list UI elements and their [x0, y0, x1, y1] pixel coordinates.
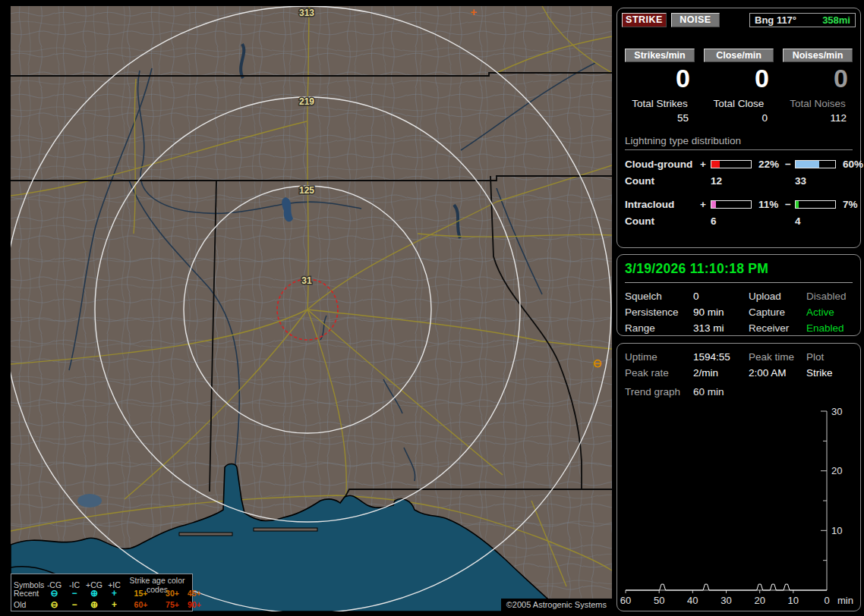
- ic-minus-pct: 7%: [839, 199, 858, 210]
- recent-pos-ic-icon: +: [104, 589, 125, 598]
- range-value: 313 mi: [693, 322, 749, 334]
- old-neg-cg-icon: ⊖: [44, 600, 65, 609]
- datetime-display: 3/19/2026 11:10:18 PM: [625, 261, 853, 277]
- age-60: 60+: [125, 600, 157, 609]
- svg-text:50: 50: [654, 595, 664, 606]
- cg-minus-count: 33: [795, 175, 839, 187]
- age-90: 90+: [188, 600, 201, 609]
- minus-sign: −: [785, 199, 795, 210]
- age-30: 30+: [157, 589, 188, 598]
- noises-column: Noises/min 0 Total Noises 112: [783, 49, 853, 124]
- legend-old-label: Old: [14, 600, 44, 609]
- svg-text:10: 10: [788, 595, 799, 606]
- app-window: 313 219 125 31 + ⊖ Symbols -CG -IC +CG +…: [0, 0, 864, 616]
- squelch-value: 0: [693, 291, 749, 302]
- range-label: Range: [625, 322, 693, 334]
- mode-toolbar: STRIKE NOISE Bng 117° 358mi: [622, 13, 856, 27]
- capture-status: Active: [806, 306, 853, 318]
- noises-per-min-value: 0: [783, 65, 853, 91]
- recent-neg-cg-icon: ⊖: [44, 589, 65, 598]
- strikes-per-min-button[interactable]: Strikes/min: [625, 49, 695, 62]
- map-panel: 313 219 125 31 + ⊖ Symbols -CG -IC +CG +…: [11, 6, 612, 611]
- total-close-label: Total Close: [704, 98, 774, 109]
- total-strikes-label: Total Strikes: [625, 98, 695, 109]
- legend-recent-row: Recent ⊖ − ⊕ + 15+ 30+ 45+: [14, 587, 190, 599]
- status-panel: 3/19/2026 11:10:18 PM Squelch 0 Upload D…: [616, 254, 861, 336]
- stats-panel: Uptime 1594:55 Peak time Plot Peak rate …: [616, 343, 861, 611]
- svg-text:30: 30: [831, 406, 842, 417]
- receiver-label: Receiver: [749, 322, 806, 334]
- plus-sign: +: [700, 199, 711, 210]
- intracloud-row: Intracloud + 11% − 7%: [625, 199, 853, 210]
- rate-counters: Strikes/min 0 Total Strikes 55 Close/min…: [625, 49, 853, 124]
- recent-pos-cg-icon: ⊕: [84, 589, 104, 598]
- close-per-min-button[interactable]: Close/min: [704, 49, 774, 62]
- strikes-column: Strikes/min 0 Total Strikes 55: [625, 49, 695, 124]
- receiver-status: Enabled: [806, 322, 853, 334]
- copyright-text: ©2005 Astrogenic Systems: [501, 599, 612, 611]
- plus-sign: +: [700, 159, 711, 170]
- count-label: Count: [625, 215, 700, 227]
- cloud-ground-count-row: Count 12 33: [625, 175, 853, 187]
- svg-text:40: 40: [687, 595, 698, 606]
- legend-recent-label: Recent: [14, 589, 44, 598]
- total-noises-label: Total Noises: [783, 98, 853, 109]
- strike-mode-button[interactable]: STRIKE: [622, 13, 667, 27]
- persistence-value: 90 min: [693, 306, 749, 318]
- cg-minus-pct: 60%: [839, 159, 863, 170]
- svg-text:30: 30: [721, 595, 731, 606]
- strikes-per-min-value: 0: [625, 65, 695, 91]
- ring-label-313: 313: [299, 8, 314, 18]
- age-75: 75+: [157, 600, 188, 609]
- upload-label: Upload: [749, 291, 806, 302]
- cloud-ground-label: Cloud-ground: [625, 159, 700, 170]
- legend-old-row: Old ⊖ − ⊕ + 60+ 75+ 90+: [14, 599, 190, 610]
- lightning-map[interactable]: 313 219 125 31 + ⊖: [11, 6, 612, 611]
- squelch-label: Squelch: [625, 291, 693, 302]
- noises-per-min-button[interactable]: Noises/min: [783, 49, 853, 62]
- ic-plus-pct: 11%: [755, 199, 785, 210]
- lightning-distribution: Lightning type distribution Cloud-ground…: [625, 135, 853, 227]
- close-column: Close/min 0 Total Close 0: [704, 49, 774, 124]
- ic-plus-count: 6: [711, 215, 755, 227]
- svg-text:min: min: [837, 595, 853, 606]
- ring-label-219: 219: [299, 96, 314, 107]
- minus-sign: −: [785, 159, 795, 170]
- bearing-value: Bng 117°: [755, 14, 796, 26]
- ic-plus-bar: [711, 200, 752, 209]
- age-45: 45+: [188, 589, 201, 598]
- counters-panel: STRIKE NOISE Bng 117° 358mi Strikes/min …: [616, 8, 861, 248]
- capture-label: Capture: [749, 306, 806, 318]
- ic-minus-bar-fill: [796, 201, 799, 208]
- legend-header-row: Symbols -CG -IC +CG +IC Strike age color…: [14, 576, 190, 587]
- total-close-value: 0: [704, 112, 774, 124]
- cg-plus-bar: [711, 160, 752, 168]
- total-noises-value: 112: [783, 112, 853, 124]
- cloud-ground-row: Cloud-ground + 22% − 60%: [625, 159, 853, 170]
- count-label: Count: [625, 175, 700, 187]
- old-pos-ic-icon: +: [104, 600, 125, 609]
- cg-plus-pct: 22%: [755, 159, 785, 170]
- cg-plus-bar-fill: [711, 161, 720, 168]
- noise-mode-button[interactable]: NOISE: [671, 13, 720, 27]
- svg-text:60: 60: [620, 595, 631, 606]
- strike-symbol-plus-ic: +: [471, 6, 478, 18]
- ring-label-31: 31: [301, 275, 312, 286]
- ic-minus-bar: [795, 200, 836, 209]
- strike-symbol-minus-cg: ⊖: [593, 357, 603, 369]
- divider: [625, 282, 853, 283]
- cg-plus-count: 12: [711, 175, 755, 187]
- recent-neg-ic-icon: −: [65, 589, 84, 598]
- symbol-legend: Symbols -CG -IC +CG +IC Strike age color…: [11, 574, 193, 611]
- cg-minus-bar: [795, 160, 836, 168]
- svg-text:20: 20: [754, 595, 765, 606]
- status-grid: Squelch 0 Upload Disabled Persistence 90…: [625, 291, 853, 334]
- ring-label-125: 125: [299, 185, 314, 196]
- old-pos-cg-icon: ⊕: [84, 600, 104, 609]
- ic-plus-bar-fill: [711, 201, 716, 208]
- total-strikes-value: 55: [625, 112, 695, 124]
- distance-value: 358mi: [822, 14, 850, 26]
- cg-minus-bar-fill: [796, 161, 819, 168]
- old-neg-ic-icon: −: [65, 600, 84, 609]
- bearing-readout: Bng 117° 358mi: [749, 13, 856, 27]
